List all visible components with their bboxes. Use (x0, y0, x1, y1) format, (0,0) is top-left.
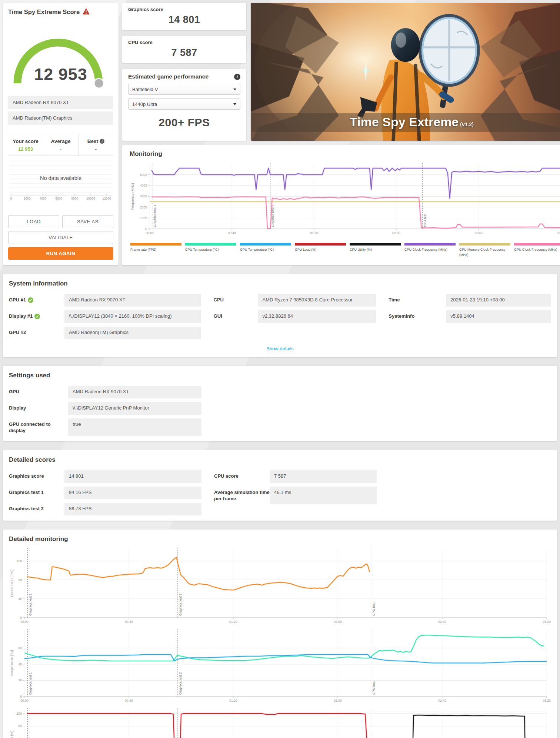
svg-text:01:20: 01:20 (310, 231, 318, 235)
svg-text:02:40: 02:40 (474, 231, 483, 235)
sysinfo-value: AMD Radeon(TM) Graphics (64, 327, 201, 339)
svg-text:4000: 4000 (40, 197, 47, 200)
detailed-row-graphics-test1: Graphics test 1 94.16 FPS (9, 487, 201, 499)
detailed-value: 94.16 FPS (64, 487, 201, 499)
legend-label: GPU Memory Clock Frequency (MHz) (459, 247, 510, 257)
legend-swatch (459, 243, 510, 246)
settings-value: \\.\DISPLAY12 Generic PnP Monitor (68, 402, 201, 415)
svg-text:No data available: No data available (40, 175, 81, 181)
score-gauge: 12 953 (8, 17, 113, 94)
best-info-icon[interactable]: i (100, 139, 104, 144)
score-panel-header: Time Spy Extreme Score (8, 8, 113, 16)
svg-text:00:00: 00:00 (20, 699, 29, 702)
detailed-label: CPU score (214, 473, 239, 480)
detailed-value: 7 587 (270, 470, 377, 483)
svg-text:CPU test: CPU test (372, 602, 376, 616)
detailed-row-avg-sim-time: Average simulation time per frame 46.1 m… (214, 487, 377, 504)
average-score-label: Average (43, 138, 78, 144)
detailed-row-graphics-score: Graphics score 14 801 (9, 470, 201, 483)
detailed-monitoring-title: Detailed monitoring (9, 535, 551, 543)
cpu-score-label: CPU score (128, 40, 240, 45)
settings-used-title: Settings used (9, 372, 551, 379)
svg-text:40: 40 (19, 597, 22, 601)
sysinfo-row-cpu: CPU AMD Ryzen 7 9850X3D 8-Core Processor (214, 294, 376, 307)
your-score-value: 12 953 (8, 146, 43, 152)
svg-text:8000: 8000 (71, 197, 79, 200)
average-score-col: Average - (43, 134, 78, 156)
svg-text:5000: 5000 (140, 173, 147, 177)
svg-text:Frequency (MHz): Frequency (MHz) (130, 183, 134, 210)
svg-text:00:40: 00:40 (125, 620, 133, 624)
svg-text:01:20: 01:20 (229, 699, 237, 702)
validate-button[interactable]: VALIDATE (8, 231, 113, 244)
svg-text:2000: 2000 (24, 197, 31, 200)
game-select[interactable]: Battlefield V (128, 84, 240, 95)
temperature-chart: 020406000:0000:4001:2002:0002:4003:20Gra… (9, 627, 551, 705)
system-information-title: System information (9, 280, 551, 287)
average-score-value: - (43, 146, 78, 152)
svg-text:40: 40 (19, 662, 22, 666)
svg-text:CPU test: CPU test (423, 213, 427, 227)
svg-text:120: 120 (17, 559, 22, 563)
detailed-row-graphics-test2: Graphics test 2 86.73 FPS (9, 503, 201, 515)
estimated-fps-value: 200+ FPS (128, 116, 240, 129)
svg-text:80: 80 (19, 724, 22, 728)
monitoring-panel: Monitoring 01000200030004000500000:0000:… (122, 145, 560, 265)
sysinfo-label: SystemInfo (389, 313, 414, 320)
warning-icon[interactable] (83, 8, 90, 16)
sysinfo-value: v5.89.1404 (446, 310, 551, 323)
sysinfo-row-systeminfo: SystemInfo v5.89.1404 (389, 310, 551, 323)
settings-row-gpu-connected: GPU connected to display true (9, 418, 201, 436)
estimated-performance-info-icon[interactable]: i (234, 74, 240, 80)
sysinfo-row-gui: GUI v2.32.8826 64 (214, 310, 376, 323)
estimated-performance-title: Estimated game performance (128, 73, 209, 80)
load-button[interactable]: LOAD (8, 215, 59, 228)
best-score-col: Best i - (78, 134, 113, 156)
legend-swatch (514, 243, 560, 246)
sysinfo-value: v2.32.8826 64 (258, 310, 376, 323)
your-score-col: Your score 12 953 (8, 134, 43, 156)
sysinfo-value: \\.\DISPLAY12 (3840 × 2160, 100% DPI sca… (64, 310, 201, 323)
score-distribution-chart: 020004000600080001000012000No data avail… (8, 159, 113, 206)
svg-text:Graphics test 1: Graphics test 1 (29, 672, 32, 695)
benchmark-hero-image: Time Spy Extreme(v1.2) (251, 3, 560, 141)
gpu1-box: AMD Radeon RX 9070 XT (8, 96, 113, 109)
svg-text:03:20: 03:20 (557, 231, 560, 235)
detailed-label: Graphics score (9, 473, 44, 480)
run-again-button[interactable]: RUN AGAIN (8, 247, 113, 260)
legend-item: GPU Load (%) (295, 243, 346, 257)
legend-item: GPU Temperature (°C) (240, 243, 291, 257)
legend-label: CPU Temperature (°C) (185, 247, 236, 253)
detailed-monitoring-panel: Detailed monitoring 0408012000:0000:4001… (3, 530, 557, 738)
svg-text:0: 0 (20, 616, 22, 620)
svg-text:12000: 12000 (102, 197, 111, 200)
show-details-link[interactable]: Show details (266, 346, 294, 351)
legend-label: Frame rate (FPS) (130, 247, 181, 253)
best-score-label: Best (87, 138, 98, 144)
svg-text:0: 0 (20, 695, 22, 698)
settings-label: GPU connected to display (9, 421, 68, 434)
game-select-value: Battlefield V (132, 87, 158, 92)
svg-text:Temperature (°C): Temperature (°C) (10, 650, 14, 677)
save-as-button[interactable]: SAVE AS (62, 215, 113, 228)
settings-row-display: Display \\.\DISPLAY12 Generic PnP Monito… (9, 402, 201, 415)
svg-text:Frame rate (FPS): Frame rate (FPS) (10, 570, 14, 597)
legend-item: GPU Memory Clock Frequency (MHz) (459, 243, 510, 257)
detailed-value: 86.73 FPS (64, 503, 201, 515)
settings-row-gpu: GPU AMD Radeon RX 9070 XT (9, 386, 201, 398)
legend-item: GPU Clock Frequency (MHz) (514, 243, 560, 257)
cpu-score-card: CPU score 7 587 (122, 36, 246, 63)
svg-text:00:00: 00:00 (20, 620, 29, 624)
svg-text:1000: 1000 (140, 216, 147, 220)
sysinfo-row-display1: Display #1 \\.\DISPLAY12 (3840 × 2160, 1… (9, 310, 201, 323)
detailed-scores-title: Detailed scores (9, 456, 551, 464)
sysinfo-label: GPU #1 (9, 297, 26, 303)
framerate-chart: 0408012000:0000:4001:2002:0002:4003:20Gr… (9, 546, 551, 626)
preset-select[interactable]: 1440p Ultra (128, 98, 240, 110)
chevron-down-icon (233, 103, 236, 105)
svg-text:10000: 10000 (86, 197, 95, 200)
legend-swatch (350, 243, 401, 246)
top-section: Time Spy Extreme Score 12 953 AMD Radeon… (3, 3, 557, 265)
monitoring-chart: 01000200030004000500000:0000:4001:2002:0… (130, 161, 560, 237)
svg-text:02:00: 02:00 (392, 231, 400, 235)
